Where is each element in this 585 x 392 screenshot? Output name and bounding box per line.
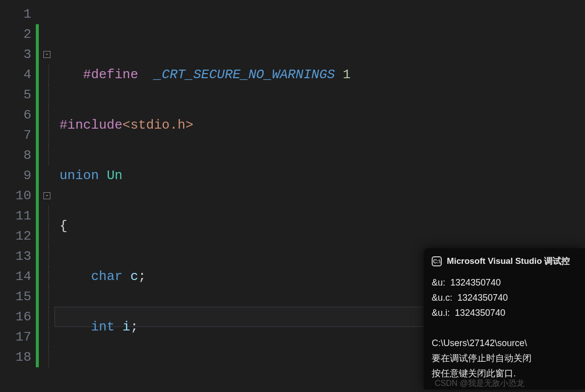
- code-line[interactable]: {: [54, 216, 585, 236]
- line-number: 18: [0, 347, 31, 367]
- console-output-line: &u.c: 1324350740: [432, 290, 577, 305]
- line-number: 14: [0, 266, 31, 287]
- line-number: 13: [0, 246, 31, 266]
- line-number: 16: [0, 307, 31, 327]
- code-line[interactable]: union Un: [54, 165, 585, 186]
- console-output-line: &u: 1324350740: [432, 275, 577, 290]
- line-number: 9: [0, 165, 31, 186]
- line-number: 8: [0, 145, 31, 165]
- console-title: Microsoft Visual Studio 调试控: [447, 255, 570, 267]
- line-number: 12: [0, 226, 31, 246]
- console-output-line: 按任意键关闭此窗口.: [432, 366, 577, 381]
- line-number: 1: [0, 4, 31, 24]
- console-output-line: 要在调试停止时自动关闭: [432, 351, 577, 366]
- line-number-gutter: 1 2 3 4 5 6 7 8 9 10 11 12 13 14 15 16 1…: [0, 0, 35, 392]
- code-line[interactable]: #include<stdio.h>: [54, 115, 585, 135]
- line-number: 10: [0, 186, 31, 206]
- code-line[interactable]: #define _CRT_SECURE_NO_WARNINGS 1: [54, 65, 585, 85]
- console-output-line: &u.i: 1324350740: [432, 305, 577, 320]
- console-icon: C:\: [432, 256, 442, 266]
- console-output-line: [432, 320, 577, 335]
- line-number: 17: [0, 327, 31, 347]
- debug-console-window[interactable]: C:\ Microsoft Visual Studio 调试控 &u: 1324…: [424, 248, 585, 389]
- fold-toggle-icon[interactable]: -: [43, 192, 50, 199]
- line-number: 7: [0, 125, 31, 145]
- line-number: 2: [0, 24, 31, 44]
- line-number: 11: [0, 206, 31, 226]
- console-titlebar[interactable]: C:\ Microsoft Visual Studio 调试控: [432, 255, 577, 267]
- fold-toggle-icon[interactable]: -: [43, 51, 50, 58]
- line-number: 15: [0, 287, 31, 307]
- change-indicator-column: [35, 0, 39, 392]
- line-number: 5: [0, 85, 31, 105]
- line-number: 4: [0, 65, 31, 85]
- line-number: 6: [0, 105, 31, 125]
- console-output-line: C:\Users\27142\source\: [432, 335, 577, 351]
- fold-column: - -: [39, 0, 54, 392]
- line-number: 3: [0, 44, 31, 65]
